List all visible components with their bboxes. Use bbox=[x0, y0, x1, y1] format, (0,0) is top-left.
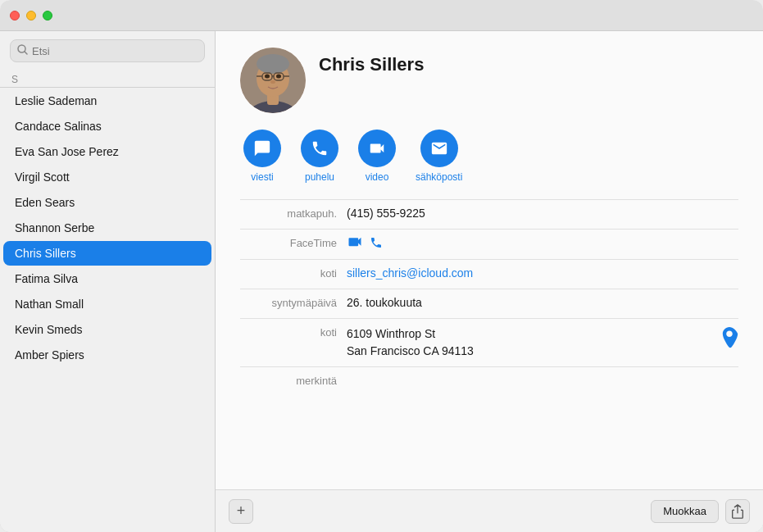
contacts-list: S Leslie Sademan Candace Salinas Eva San… bbox=[0, 69, 215, 532]
contact-name: Chris Sillers bbox=[319, 48, 424, 75]
toolbar-left: + bbox=[229, 499, 253, 524]
phone-label: matkapuh. bbox=[240, 207, 347, 220]
note-label: merkintä bbox=[240, 374, 347, 387]
video-label: video bbox=[366, 171, 389, 183]
svg-point-7 bbox=[257, 54, 289, 74]
search-input[interactable] bbox=[32, 45, 198, 57]
contact-item[interactable]: Amber Spiers bbox=[3, 343, 211, 367]
birthday-row: syntymäpäivä 26. toukokuuta bbox=[240, 289, 738, 318]
birthday-label: syntymäpäivä bbox=[240, 296, 347, 309]
phone-icon bbox=[301, 130, 338, 167]
main-content: S Leslie Sademan Candace Salinas Eva San… bbox=[0, 31, 763, 532]
email-label: sähköposti bbox=[416, 171, 462, 183]
facetime-video-icon[interactable] bbox=[347, 236, 363, 252]
action-buttons: viesti puhelu bbox=[240, 130, 738, 183]
email-field-label: koti bbox=[240, 266, 347, 280]
contact-item[interactable]: Fatima Silva bbox=[3, 266, 211, 291]
contact-header: Chris Sillers bbox=[240, 48, 738, 113]
facetime-icons bbox=[347, 236, 383, 252]
email-icon bbox=[420, 130, 458, 167]
svg-line-1 bbox=[25, 52, 27, 54]
search-bar[interactable] bbox=[10, 39, 205, 62]
toolbar-right: Muokkaa bbox=[651, 499, 750, 524]
svg-point-8 bbox=[265, 75, 270, 79]
share-button[interactable] bbox=[725, 499, 750, 524]
section-header-s: S bbox=[0, 69, 215, 88]
call-button[interactable]: puhelu bbox=[301, 130, 338, 183]
contact-item-selected[interactable]: Chris Sillers bbox=[3, 241, 211, 266]
add-button[interactable]: + bbox=[229, 499, 253, 524]
contact-item[interactable]: Candace Salinas bbox=[3, 114, 211, 139]
call-label: puhelu bbox=[305, 171, 334, 183]
bottom-toolbar: + Muokkaa bbox=[216, 489, 763, 532]
app-window: S Leslie Sademan Candace Salinas Eva San… bbox=[0, 0, 763, 532]
note-row: merkintä bbox=[240, 366, 738, 407]
email-value[interactable]: sillers_chris@icloud.com bbox=[347, 266, 738, 280]
contact-item[interactable]: Eden Sears bbox=[3, 190, 211, 215]
contact-item[interactable]: Shannon Serbe bbox=[3, 216, 211, 240]
minimize-button[interactable] bbox=[26, 11, 36, 20]
close-button[interactable] bbox=[10, 11, 20, 20]
facetime-label: FaceTime bbox=[240, 236, 347, 249]
maximize-button[interactable] bbox=[43, 11, 52, 20]
email-button[interactable]: sähköposti bbox=[416, 130, 462, 183]
search-container bbox=[0, 31, 215, 69]
edit-button[interactable]: Muokkaa bbox=[651, 500, 719, 523]
message-button[interactable]: viesti bbox=[243, 130, 281, 183]
phone-row: matkapuh. (415) 555-9225 bbox=[240, 199, 738, 229]
address-value: 6109 Winthrop St San Francisco CA 94113 bbox=[347, 325, 720, 360]
contact-item[interactable]: Kevin Smeds bbox=[3, 317, 211, 342]
contact-item[interactable]: Nathan Small bbox=[3, 292, 211, 316]
map-pin-icon[interactable] bbox=[720, 325, 738, 354]
info-section: matkapuh. (415) 555-9225 FaceTime bbox=[240, 199, 738, 407]
video-button[interactable]: video bbox=[358, 130, 396, 183]
avatar bbox=[240, 48, 306, 113]
sidebar: S Leslie Sademan Candace Salinas Eva San… bbox=[0, 31, 216, 532]
video-icon bbox=[358, 130, 396, 167]
facetime-phone-icon[interactable] bbox=[370, 236, 383, 252]
titlebar bbox=[0, 0, 763, 31]
detail-content: Chris Sillers viesti bbox=[216, 31, 763, 489]
message-icon bbox=[243, 130, 281, 167]
contact-item[interactable]: Eva San Jose Perez bbox=[3, 139, 211, 164]
contact-item[interactable]: Virgil Scott bbox=[3, 165, 211, 189]
contact-item[interactable]: Leslie Sademan bbox=[3, 89, 211, 113]
search-icon bbox=[17, 44, 28, 57]
email-row: koti sillers_chris@icloud.com bbox=[240, 259, 738, 289]
svg-point-15 bbox=[270, 80, 275, 84]
phone-value[interactable]: (415) 555-9225 bbox=[347, 207, 738, 220]
svg-point-9 bbox=[276, 75, 281, 79]
facetime-row: FaceTime bbox=[240, 229, 738, 259]
address-row: koti 6109 Winthrop St San Francisco CA 9… bbox=[240, 318, 738, 366]
message-label: viesti bbox=[251, 171, 273, 183]
birthday-value: 26. toukokuuta bbox=[347, 296, 738, 309]
address-label: koti bbox=[240, 325, 347, 339]
detail-panel: Chris Sillers viesti bbox=[216, 31, 763, 532]
